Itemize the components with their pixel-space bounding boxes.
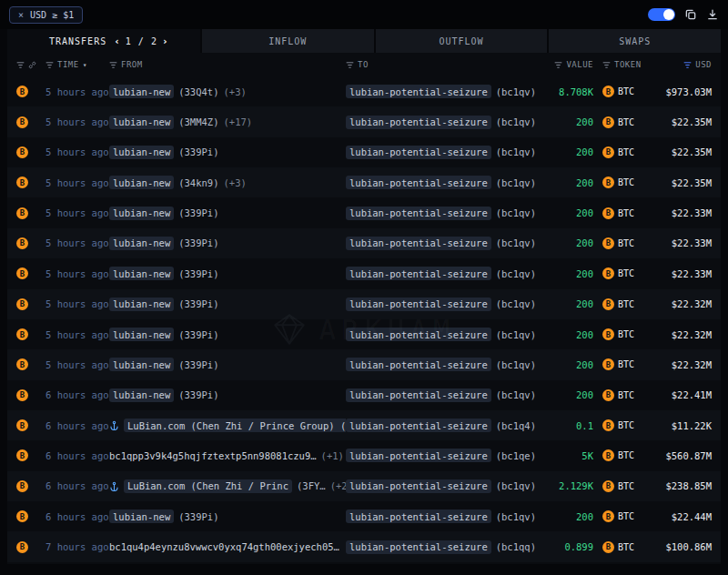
to-entity-label[interactable]: lubian-potential-seizure [346,298,491,311]
token-filter-icon[interactable] [602,61,611,69]
value-filter-icon[interactable] [554,61,562,69]
to-address-cell[interactable]: lubian-potential-seizure(bc1qe) [346,449,535,462]
to-entity-label[interactable]: lubian-potential-seizure [346,419,491,432]
column-header-to[interactable]: TO [346,60,535,69]
transfer-time-link[interactable]: 5 hours ago [46,116,109,127]
from-entity-label[interactable]: lubian-new [109,328,174,341]
transfer-time-link[interactable]: 5 hours ago [46,86,109,97]
transfer-row[interactable]: B5 hours agolubian-new(33Q4t)(+3)lubian-… [7,76,721,106]
transfer-row[interactable]: B6 hours agoLuBian.com (Chen Zhi / Princ… [7,471,721,501]
to-entity-label[interactable]: lubian-potential-seizure [346,540,491,554]
to-filter-icon[interactable] [346,61,354,69]
transfer-time-link[interactable]: 6 hours ago [46,450,109,461]
transfer-row[interactable]: B5 hours agolubian-new(339Pi)lubian-pote… [7,349,721,379]
transfer-row[interactable]: B5 hours agolubian-new(339Pi)lubian-pote… [7,197,721,227]
transfer-row[interactable]: B7 hours agobc1qu4p4eynzu8vwwcv0yxq74gth… [7,531,721,561]
from-entity-label[interactable]: lubian-new [109,207,174,220]
column-header-from[interactable]: FROM [109,60,346,69]
from-entity-label[interactable]: lubian-new [109,146,174,159]
from-address-cell[interactable]: lubian-new(339Pi) [109,509,346,523]
transfer-row[interactable]: B6 hours agoLuBian.com (Chen Zhi / Princ… [7,410,721,440]
from-address-cell[interactable]: lubian-new(33Q4t)(+3) [109,85,346,98]
from-entity-label[interactable]: LuBian.com (Chen Zhi / Prince Group) ( [124,419,346,432]
transfer-time-link[interactable]: 6 hours ago [46,480,109,491]
from-address-cell[interactable]: bc1qu4p4eynzu8vwwcv0yxq74gth00exjyech05… [109,541,346,552]
to-address-cell[interactable]: lubian-potential-seizure(bc1qv) [346,267,535,280]
remove-filter-icon[interactable]: × [18,10,24,20]
to-entity-label[interactable]: lubian-potential-seizure [346,176,491,189]
column-header-token[interactable]: TOKEN [593,60,642,69]
to-address-cell[interactable]: lubian-potential-seizure(bc1qv) [346,176,535,189]
from-entity-label[interactable]: lubian-new [109,298,174,311]
to-address-cell[interactable]: lubian-potential-seizure(bc1qv) [346,509,535,523]
from-entity-label[interactable]: lubian-new [109,358,174,371]
from-address-cell[interactable]: lubian-new(339Pi) [109,328,346,341]
from-entity-label[interactable]: bc1qpp3v9k4g5hqjfztextp5nn98081czu9… [109,450,317,461]
filters-toggle[interactable] [648,8,675,21]
to-entity-label[interactable]: lubian-potential-seizure [346,328,491,341]
from-address-cell[interactable]: lubian-new(3MM4Z)(+17) [109,116,346,129]
chain-link-icon[interactable] [28,61,36,69]
transfer-row[interactable]: B5 hours agolubian-new(339Pi)lubian-pote… [7,319,721,349]
from-entity-label[interactable]: lubian-new [109,267,174,280]
from-entity-label[interactable]: lubian-new [109,85,174,98]
transfer-time-link[interactable]: 5 hours ago [46,359,109,370]
transfer-row[interactable]: B5 hours agolubian-new(339Pi)lubian-pote… [7,258,721,288]
from-address-cell[interactable]: LuBian.com (Chen Zhi / Prince Group) ( [109,419,346,432]
tab-transfers[interactable]: TRANSFERS ‹ 1 / 2 › [7,29,200,53]
transfer-row[interactable]: B5 hours agolubian-new(339Pi)lubian-pote… [7,289,721,319]
from-address-cell[interactable]: lubian-new(339Pi) [109,146,346,159]
transfer-time-link[interactable]: 5 hours ago [46,237,109,248]
from-entity-label[interactable]: LuBian.com (Chen Zhi / Princ [124,479,292,493]
filter-icon[interactable] [16,61,25,69]
tab-inflow[interactable]: INFLOW [202,29,374,53]
transfer-row[interactable]: B5 hours agolubian-new(339Pi)lubian-pote… [7,137,721,167]
to-entity-label[interactable]: lubian-potential-seizure [346,358,491,371]
from-address-cell[interactable]: lubian-new(339Pi) [109,267,346,280]
to-entity-label[interactable]: lubian-potential-seizure [346,449,491,462]
to-address-cell[interactable]: lubian-potential-seizure(bc1qv) [346,328,535,341]
transfer-row[interactable]: B5 hours agolubian-new(3MM4Z)(+17)lubian… [7,106,721,136]
transfer-time-link[interactable]: 5 hours ago [46,207,109,218]
transfer-time-link[interactable]: 6 hours ago [46,420,109,431]
transfer-row[interactable]: B6 hours agolubian-new(339Pi)lubian-pote… [7,380,721,410]
from-address-cell[interactable]: lubian-new(339Pi) [109,358,346,371]
to-address-cell[interactable]: lubian-potential-seizure(bc1qv) [346,298,535,311]
from-entity-label[interactable]: lubian-new [109,388,174,402]
time-filter-icon[interactable] [46,61,54,69]
from-address-cell[interactable]: bc1qpp3v9k4g5hqjfztextp5nn98081czu9…(+1) [109,450,346,461]
to-address-cell[interactable]: lubian-potential-seizure(bc1qv) [346,479,535,493]
transfer-time-link[interactable]: 5 hours ago [46,268,109,279]
transfer-time-link[interactable]: 5 hours ago [46,329,109,340]
transfer-row[interactable]: B6 hours agobc1qpp3v9k4g5hqjfztextp5nn98… [7,440,721,470]
usd-filter-chip[interactable]: × USD ≥ $1 [9,6,83,24]
usd-filter-icon-active[interactable] [683,61,692,69]
prev-page-icon[interactable]: ‹ [114,35,121,47]
from-address-cell[interactable]: lubian-new(34kn9)(+3) [109,176,346,189]
to-address-cell[interactable]: lubian-potential-seizure(bc1qv) [346,358,535,371]
to-entity-label[interactable]: lubian-potential-seizure [346,85,491,98]
to-entity-label[interactable]: lubian-potential-seizure [346,388,491,402]
to-entity-label[interactable]: lubian-potential-seizure [346,146,491,159]
to-entity-label[interactable]: lubian-potential-seizure [346,207,491,220]
column-header-usd[interactable]: USD [642,60,712,69]
from-entity-label[interactable]: lubian-new [109,116,174,129]
from-entity-label[interactable]: lubian-new [109,176,174,189]
to-address-cell[interactable]: lubian-potential-seizure(bc1qv) [346,388,535,402]
download-icon[interactable] [706,8,719,21]
to-entity-label[interactable]: lubian-potential-seizure [346,479,491,493]
from-address-cell[interactable]: LuBian.com (Chen Zhi / Princ(3FY…(+2) [109,479,346,493]
to-entity-label[interactable]: lubian-potential-seizure [346,116,491,129]
to-entity-label[interactable]: lubian-potential-seizure [346,509,491,523]
tab-outflow[interactable]: OUTFLOW [376,29,548,53]
transfer-time-link[interactable]: 5 hours ago [46,298,109,309]
to-address-cell[interactable]: lubian-potential-seizure(bc1qv) [346,85,535,98]
to-address-cell[interactable]: lubian-potential-seizure(bc1qv) [346,237,535,250]
transfer-time-link[interactable]: 5 hours ago [46,146,109,157]
from-filter-icon[interactable] [109,61,117,69]
transfer-time-link[interactable]: 6 hours ago [46,389,109,400]
to-address-cell[interactable]: lubian-potential-seizure(bc1qv) [346,116,535,129]
next-page-icon[interactable]: › [162,35,169,47]
transfer-time-link[interactable]: 7 hours ago [46,541,109,552]
to-address-cell[interactable]: lubian-potential-seizure(bc1qv) [346,146,535,159]
